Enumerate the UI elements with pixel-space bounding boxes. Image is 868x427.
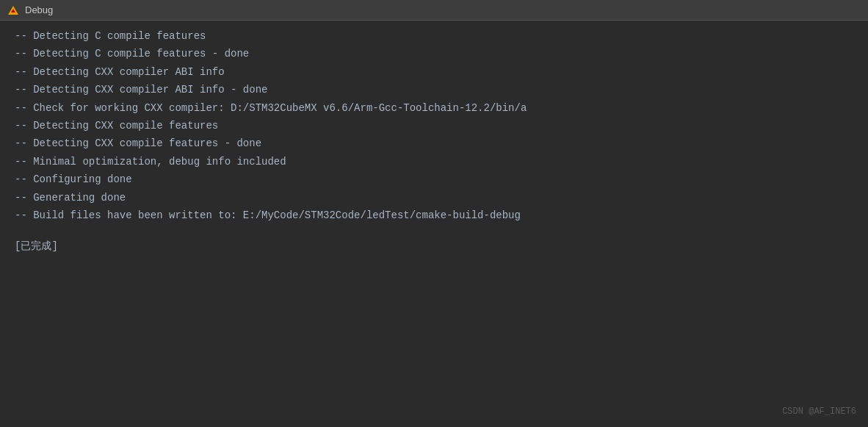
console-line: -- Detecting CXX compiler ABI info [15,64,853,80]
completion-line: [已完成] [15,240,853,253]
console-line: -- Generating done [15,190,853,206]
cmake-icon [7,4,19,16]
console-line: -- Build files have been written to: E:/… [15,207,853,223]
console-line: -- Minimal optimization, debug info incl… [15,154,853,170]
title-bar-label: Debug [25,4,53,15]
console-line: -- Detecting CXX compile features - done [15,135,853,151]
console-line: -- Check for working CXX compiler: D:/ST… [15,100,853,116]
watermark: CSDN @AF_INET6 [782,406,856,417]
console-line: -- Configuring done [15,171,853,187]
console-line: -- Detecting C compile features - done [15,46,853,62]
console-area[interactable]: -- Detecting C compile features-- Detect… [0,21,868,427]
console-line: -- Detecting C compile features [15,28,853,44]
console-line: -- Detecting CXX compiler ABI info - don… [15,82,853,98]
title-bar: Debug [0,0,868,21]
console-line: -- Detecting CXX compile features [15,118,853,134]
